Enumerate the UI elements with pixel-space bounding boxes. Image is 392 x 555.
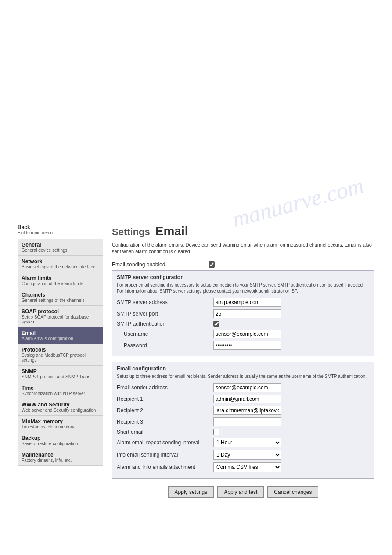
page-description: Configuration of the alarm emails. Devic…: [112, 242, 374, 255]
smtp-section-box: SMTP server configuration For proper ema…: [112, 270, 374, 356]
smtp-username-row: Username: [117, 330, 370, 338]
alarm-repeat-select[interactable]: 1 Hour 2 Hours 4 Hours 8 Hours 1 Day: [213, 438, 281, 447]
short-email-label: Short email: [117, 429, 213, 435]
smtp-server-address-label: SMTP server address: [117, 299, 213, 305]
back-link[interactable]: Back Exit to main menu: [18, 224, 103, 235]
smtp-server-address-row: SMTP server address: [117, 298, 370, 307]
sidebar-item-snmp-title: SNMP: [22, 368, 99, 374]
info-interval-row: Info email sending interval 1 Hour 2 Hou…: [117, 450, 370, 460]
sidebar-item-network-title: Network: [22, 258, 99, 265]
apply-settings-button[interactable]: Apply settings: [168, 486, 214, 498]
smtp-server-address-input[interactable]: [213, 298, 281, 307]
smtp-password-label: Password: [117, 342, 213, 348]
email-sender-label: Email sender address: [117, 385, 213, 391]
sidebar-item-general[interactable]: General General device settings: [18, 239, 103, 256]
smtp-authentication-row: SMTP authentication: [117, 321, 370, 327]
email-config-title: Email configuration: [117, 366, 370, 372]
info-interval-select[interactable]: 1 Hour 2 Hours 4 Hours 8 Hours 1 Day: [213, 450, 281, 460]
alarm-repeat-label: Alarm email repeat sending interval: [117, 439, 213, 446]
smtp-password-input[interactable]: [213, 341, 281, 350]
sidebar-item-www-security[interactable]: WWW and Security Web server and Security…: [18, 399, 103, 416]
apply-and-test-button[interactable]: Apply and test: [217, 486, 264, 498]
sidebar-item-email[interactable]: Email Alarm emails configuration: [18, 327, 103, 344]
email-sending-enabled-row: Email sending enabled: [112, 261, 374, 268]
sidebar-item-backup-subtitle: Save or restore configuration: [22, 441, 99, 446]
sidebar-item-www-security-subtitle: Web server and Security configuration: [22, 408, 99, 413]
short-email-checkbox[interactable]: [213, 429, 219, 435]
sidebar-item-alarm-limits[interactable]: Alarm limits Configuration of the alarm …: [18, 272, 103, 289]
sidebar-item-channels-title: Channels: [22, 292, 99, 298]
sidebar-item-protocols-subtitle: Syslog and ModbusTCP protocol settings: [22, 353, 99, 363]
recipient1-input[interactable]: [213, 395, 281, 403]
sidebar-item-maintenance-subtitle: Factory defaults, info, etc.: [22, 458, 99, 463]
smtp-server-port-row: SMTP server port: [117, 309, 370, 318]
recipient3-input[interactable]: [213, 417, 281, 426]
smtp-authentication-label: SMTP authentication: [117, 321, 213, 327]
settings-label: Settings: [112, 226, 150, 238]
sidebar-item-email-subtitle: Alarm emails configuration: [22, 336, 99, 341]
smtp-username-label: Username: [117, 331, 213, 337]
attachment-label: Alarm and Info emails attachment: [117, 464, 213, 470]
email-config-desc: Setup up to three address for email reci…: [117, 374, 370, 380]
sidebar-item-network-subtitle: Basic settings of the network interface: [22, 265, 99, 269]
page-header: Settings Email: [112, 224, 374, 238]
cancel-changes-button[interactable]: Cancel changes: [267, 486, 318, 498]
smtp-server-port-input[interactable]: [213, 309, 281, 318]
sidebar-item-minmax-title: MinMax memory: [22, 418, 99, 424]
sidebar-item-minmax[interactable]: MinMax memory Timestamps, clear memory: [18, 416, 103, 432]
recipient1-label: Recipient 1: [117, 396, 213, 402]
sidebar-item-backup-title: Backup: [22, 435, 99, 441]
recipient1-row: Recipient 1: [117, 395, 370, 403]
sidebar-item-backup[interactable]: Backup Save or restore configuration: [18, 432, 103, 449]
back-label[interactable]: Back: [18, 224, 30, 230]
sidebar-item-channels[interactable]: Channels General settings of the channel…: [18, 289, 103, 306]
sidebar-item-maintenance[interactable]: Maintenance Factory defaults, info, etc.: [18, 449, 103, 466]
sidebar-item-time[interactable]: Time Synchronization with NTP server: [18, 382, 103, 399]
sidebar-item-protocols-title: Protocols: [22, 347, 99, 353]
sidebar-item-time-title: Time: [22, 385, 99, 391]
email-sending-label: Email sending enabled: [112, 261, 209, 268]
alarm-repeat-row: Alarm email repeat sending interval 1 Ho…: [117, 438, 370, 447]
sidebar-item-general-subtitle: General device settings: [22, 248, 99, 253]
smtp-password-row: Password: [117, 341, 370, 350]
sidebar-item-maintenance-title: Maintenance: [22, 452, 99, 458]
sidebar-item-soap-title: SOAP protocol: [22, 308, 99, 315]
smtp-section-desc: For proper email sending it is necessary…: [117, 282, 370, 294]
recipient2-label: Recipient 2: [117, 407, 213, 414]
attachment-row: Alarm and Info emails attachment Comma C…: [117, 462, 370, 472]
email-config-section-box: Email configuration Setup up to three ad…: [112, 362, 374, 479]
sidebar-item-snmp[interactable]: SNMP SNMPv1 protocol and SNMP Traps: [18, 366, 103, 382]
sidebar-item-minmax-subtitle: Timestamps, clear memory: [22, 424, 99, 429]
sidebar-item-soap-subtitle: Setup SOAP protocol for database system: [22, 315, 99, 324]
smtp-username-input[interactable]: [213, 330, 281, 338]
exit-label: Exit to main menu: [18, 230, 103, 235]
attachment-select[interactable]: Comma CSV files Semicolon CSV files None: [213, 462, 281, 472]
watermark-text: manuarve.com: [230, 172, 367, 232]
sidebar-item-www-security-title: WWW and Security: [22, 402, 99, 408]
recipient2-input[interactable]: [213, 406, 281, 415]
info-interval-label: Info email sending interval: [117, 452, 213, 458]
smtp-section-title: SMTP server configuration: [117, 274, 370, 280]
recipient3-label: Recipient 3: [117, 419, 213, 425]
page-title: Email: [155, 224, 188, 238]
email-sending-checkbox[interactable]: [209, 261, 215, 268]
buttons-row: Apply settings Apply and test Cancel cha…: [112, 486, 374, 498]
sidebar-nav: General General device settings Network …: [18, 239, 103, 466]
smtp-authentication-checkbox[interactable]: [213, 321, 219, 327]
sidebar-item-network[interactable]: Network Basic settings of the network in…: [18, 256, 103, 272]
sidebar-item-protocols[interactable]: Protocols Syslog and ModbusTCP protocol …: [18, 344, 103, 366]
recipient3-row: Recipient 3: [117, 417, 370, 426]
smtp-server-port-label: SMTP server port: [117, 311, 213, 317]
sidebar: Back Exit to main menu General General d…: [18, 224, 103, 498]
bottom-divider: [0, 520, 392, 520]
sidebar-item-general-title: General: [22, 242, 99, 248]
sidebar-item-time-subtitle: Synchronization with NTP server: [22, 391, 99, 396]
sidebar-item-alarm-limits-title: Alarm limits: [22, 275, 99, 281]
sidebar-item-email-title: Email: [22, 330, 99, 336]
recipient2-row: Recipient 2: [117, 406, 370, 415]
email-sender-input[interactable]: [213, 383, 281, 392]
sidebar-item-soap[interactable]: SOAP protocol Setup SOAP protocol for da…: [18, 306, 103, 327]
sidebar-item-channels-subtitle: General settings of the channels: [22, 298, 99, 303]
sidebar-item-alarm-limits-subtitle: Configuration of the alarm limits: [22, 281, 99, 286]
main-content: Settings Email Configuration of the alar…: [103, 224, 374, 498]
